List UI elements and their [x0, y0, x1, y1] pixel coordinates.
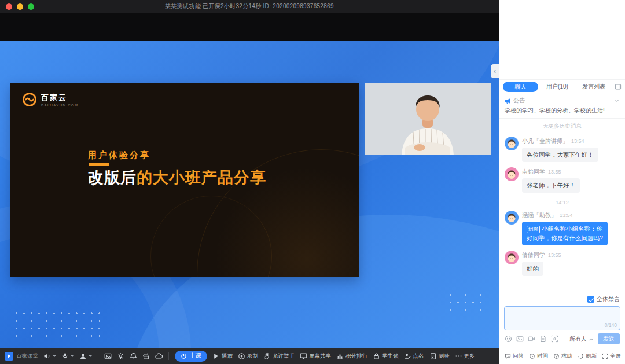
tab-speaker-list[interactable]: 发言列表 — [576, 82, 612, 92]
allow-raise-hand-button[interactable]: 允许举手 — [263, 352, 295, 360]
message-composer: 0/140 — [504, 306, 620, 330]
chevron-down-icon — [614, 98, 620, 104]
mute-all-label: 全体禁言 — [597, 295, 620, 303]
toolbar-item-label: 测验 — [439, 352, 450, 360]
sender-name: 倩倩同学 — [522, 251, 545, 259]
brand-domain: BAIJIAYUN.COM — [41, 104, 78, 107]
avatar[interactable] — [505, 211, 519, 225]
qa-button[interactable]: 问答 — [505, 352, 524, 360]
chat-sidebar: 聊天 用户(10) 发言列表 公告 学校的学习、学校的分析、学校的生活! 无更多… — [499, 0, 625, 364]
mute-all-row: 全体禁言 — [499, 293, 625, 306]
sender-name: 涵涵「助教」 — [522, 211, 557, 219]
app-logo: 百家课堂 — [5, 352, 38, 361]
tab-chat[interactable]: 聊天 — [503, 82, 538, 92]
play-button[interactable]: 播放 — [212, 352, 233, 360]
refresh-button[interactable]: 刷新 — [578, 352, 597, 360]
rollcall-icon — [404, 352, 411, 360]
speaker-control[interactable] — [43, 352, 56, 360]
brand-logo: 百家云 BAIJIAYUN.COM — [22, 92, 78, 107]
quiz-button[interactable]: 测验 — [429, 352, 450, 360]
chat-message: 涵涵「助教」 13:54 组聊小组名称小组名称：你好同学，你是有什么问题吗? — [505, 211, 620, 245]
ranking-button[interactable]: 积分排行 — [336, 352, 367, 360]
bottom-toolbar: 百家课堂 — [0, 348, 499, 364]
toolbar-divider — [98, 352, 98, 360]
gear-icon — [117, 352, 124, 360]
chevron-down-icon — [71, 355, 74, 357]
timer-label: 时间 — [537, 352, 548, 360]
lock-icon — [373, 352, 380, 360]
camera-control[interactable] — [79, 352, 92, 360]
camera-placeholder — [499, 0, 625, 80]
settings-button[interactable] — [117, 352, 124, 360]
quiz-icon — [429, 352, 437, 360]
start-class-label: 上课 — [189, 352, 201, 360]
toolbar-item-label: 录制 — [247, 352, 258, 360]
capture-button[interactable] — [551, 335, 558, 343]
slide-accent-bar — [89, 163, 109, 166]
screen-share-icon — [300, 352, 307, 360]
sidebar-footer: 问答 时间 求助 刷新 全屏 — [499, 348, 625, 364]
send-video-button[interactable] — [528, 335, 535, 343]
avatar[interactable] — [505, 137, 519, 150]
message-time: 13:54 — [571, 138, 584, 144]
chat-message: 倩倩同学 13:55 好的 — [505, 251, 620, 276]
message-time: 13:54 — [560, 212, 573, 218]
message-time: 13:55 — [548, 169, 561, 175]
tab-users[interactable]: 用户(10) — [539, 82, 575, 92]
avatar[interactable] — [505, 251, 519, 264]
chevron-left-icon: ‹ — [494, 67, 496, 75]
slide-subtitle: 用户体验分享 — [88, 150, 150, 161]
fullscreen-label: 全屏 — [610, 352, 621, 360]
toolbar-divider — [168, 352, 169, 360]
message-bubble: 好的 — [522, 262, 543, 276]
camera-person-icon — [79, 352, 87, 360]
message-bubble: 各位同学，大家下午好！ — [522, 148, 598, 162]
chevron-up-icon — [589, 337, 594, 341]
gift-button[interactable] — [142, 352, 150, 360]
presentation-slide: 百家云 BAIJIAYUN.COM 用户体验分享 改版后的大小班产品分享 — [10, 83, 359, 277]
cloud-button[interactable] — [155, 352, 163, 360]
announcement-label: 公告 — [513, 97, 525, 105]
student-lock-button[interactable]: 学生锁 — [373, 352, 399, 360]
message-input[interactable] — [505, 307, 620, 330]
screen-share-button[interactable]: 屏幕共享 — [300, 352, 331, 360]
panel-layout-button[interactable] — [613, 83, 622, 90]
sidebar-collapse-handle[interactable]: ‹ — [491, 64, 499, 78]
toolbar-item-label: 允许举手 — [273, 352, 295, 360]
close-button[interactable] — [6, 3, 12, 10]
emoji-icon — [505, 335, 512, 343]
mic-control[interactable] — [61, 352, 74, 360]
refresh-icon — [578, 353, 584, 359]
slide-title-white: 改版后 — [88, 169, 137, 186]
chat-message: 南饴同学 13:55 张老师，下午好！ — [505, 167, 620, 193]
audience-label: 所有人 — [569, 335, 587, 343]
help-icon — [553, 353, 560, 359]
slide-title: 改版后的大小班产品分享 — [88, 167, 266, 188]
media-button[interactable] — [104, 352, 112, 360]
send-button[interactable]: 发送 — [598, 333, 620, 344]
window-title: 某某测试功能 已开课2小时32分14秒 ID: 2020020989376528… — [165, 2, 334, 10]
window-controls — [6, 0, 34, 13]
start-class-button[interactable]: 上课 — [175, 351, 207, 362]
time-divider: 14:12 — [505, 200, 620, 205]
record-button[interactable]: 录制 — [238, 352, 258, 360]
help-button[interactable]: 求助 — [553, 352, 572, 360]
send-file-button[interactable] — [539, 335, 547, 343]
fullscreen-button[interactable]: 全屏 — [602, 352, 621, 360]
power-icon — [181, 353, 187, 359]
timer-button[interactable]: 时间 — [529, 352, 548, 360]
more-button[interactable]: 更多 — [455, 352, 475, 360]
mute-all-checkbox[interactable] — [587, 296, 594, 303]
zoom-button[interactable] — [28, 3, 34, 10]
sender-name: 南饴同学 — [522, 168, 545, 176]
send-image-button[interactable] — [516, 335, 524, 343]
avatar[interactable] — [505, 167, 519, 181]
audience-selector[interactable]: 所有人 — [569, 335, 594, 343]
toolbar-item-label: 积分排行 — [345, 352, 367, 360]
emoji-button[interactable] — [505, 335, 512, 343]
minimize-button[interactable] — [17, 3, 23, 10]
announcement-expand-button[interactable] — [614, 98, 620, 104]
rollcall-button[interactable]: 点名 — [404, 352, 424, 360]
notice-button[interactable] — [130, 352, 137, 360]
main-area: 百家云 BAIJIAYUN.COM 用户体验分享 改版后的大小班产品分享 — [0, 13, 499, 348]
